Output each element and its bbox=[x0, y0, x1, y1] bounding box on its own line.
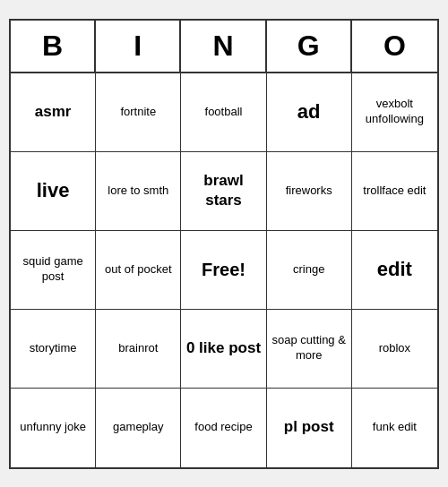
cell-text: asmr bbox=[35, 102, 72, 122]
cell-text: food recipe bbox=[194, 420, 252, 435]
bingo-cell: out of pocket bbox=[96, 231, 181, 310]
bingo-cell: soap cutting & more bbox=[267, 310, 352, 389]
bingo-cell: football bbox=[181, 73, 266, 152]
bingo-cell: trollface edit bbox=[352, 152, 437, 231]
bingo-cell: brainrot bbox=[96, 310, 181, 389]
cell-text: unfunny joke bbox=[20, 420, 86, 435]
cell-text: out of pocket bbox=[105, 262, 171, 278]
bingo-cell: asmr bbox=[11, 73, 96, 152]
bingo-cell: squid game post bbox=[11, 231, 96, 310]
cell-text: fireworks bbox=[286, 184, 332, 199]
cell-text: soap cutting & more bbox=[271, 333, 348, 363]
cell-text: fortnite bbox=[120, 105, 156, 120]
header-letter: N bbox=[181, 21, 266, 72]
header-letter: I bbox=[96, 21, 181, 72]
cell-text: live bbox=[37, 178, 70, 204]
cell-text: vexbolt unfollowing bbox=[356, 97, 434, 127]
bingo-cell: gameplay bbox=[96, 389, 181, 467]
bingo-cell: food recipe bbox=[181, 389, 266, 467]
cell-text: squid game post bbox=[14, 254, 91, 285]
cell-text: gameplay bbox=[113, 420, 163, 435]
cell-text: brainrot bbox=[118, 341, 158, 356]
cell-text: Free! bbox=[202, 258, 246, 281]
cell-text: roblox bbox=[379, 341, 410, 356]
header-letter: O bbox=[352, 21, 437, 72]
cell-text: brawl stars bbox=[185, 171, 262, 210]
cell-text: lore to smth bbox=[108, 184, 168, 199]
cell-text: pl post bbox=[284, 417, 334, 437]
cell-text: cringe bbox=[293, 262, 324, 278]
cell-text: 0 like post bbox=[186, 338, 261, 358]
bingo-cell: roblox bbox=[352, 310, 437, 389]
header-letter: B bbox=[11, 21, 96, 72]
bingo-cell: pl post bbox=[267, 389, 352, 467]
bingo-cell: Free! bbox=[181, 231, 266, 310]
cell-text: edit bbox=[377, 257, 412, 283]
cell-text: ad bbox=[297, 99, 321, 125]
cell-text: storytime bbox=[30, 341, 77, 356]
cell-text: trollface edit bbox=[363, 184, 426, 199]
cell-text: football bbox=[205, 105, 243, 120]
bingo-header: BINGO bbox=[11, 21, 437, 73]
bingo-cell: ad bbox=[267, 73, 352, 152]
bingo-cell: fireworks bbox=[267, 152, 352, 231]
bingo-grid: asmrfortnitefootballadvexbolt unfollowin… bbox=[11, 73, 437, 467]
bingo-cell: vexbolt unfollowing bbox=[352, 73, 437, 152]
bingo-cell: funk edit bbox=[352, 389, 437, 467]
bingo-cell: lore to smth bbox=[96, 152, 181, 231]
bingo-cell: cringe bbox=[267, 231, 352, 310]
bingo-cell: live bbox=[11, 152, 96, 231]
bingo-card: BINGO asmrfortnitefootballadvexbolt unfo… bbox=[9, 19, 439, 469]
bingo-cell: fortnite bbox=[96, 73, 181, 152]
cell-text: funk edit bbox=[373, 420, 417, 435]
bingo-cell: unfunny joke bbox=[11, 389, 96, 467]
bingo-cell: brawl stars bbox=[181, 152, 266, 231]
bingo-cell: 0 like post bbox=[181, 310, 266, 389]
bingo-cell: storytime bbox=[11, 310, 96, 389]
bingo-cell: edit bbox=[352, 231, 437, 310]
header-letter: G bbox=[267, 21, 352, 72]
